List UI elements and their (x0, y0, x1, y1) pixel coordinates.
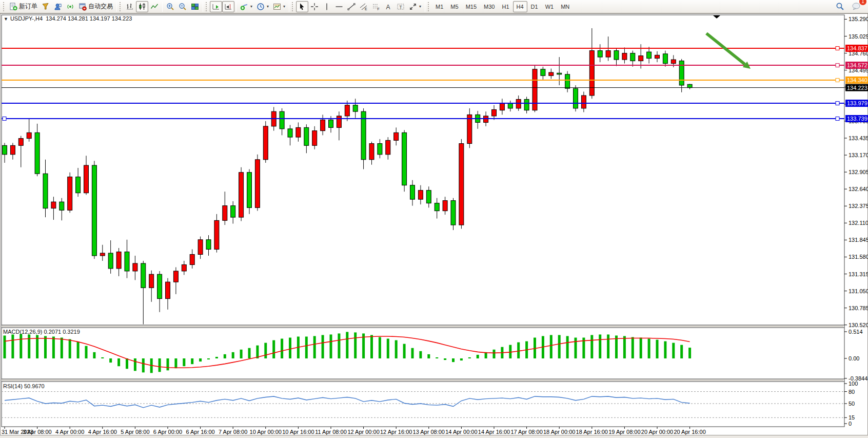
svg-text:0.514: 0.514 (849, 329, 863, 335)
toolbar-grip[interactable] (206, 2, 208, 11)
svg-text:100: 100 (849, 380, 858, 387)
svg-text:0: 0 (849, 421, 852, 427)
line-chart-button[interactable] (148, 1, 161, 12)
toolbar: 新订单 自动交易 ▾ (0, 0, 868, 13)
notification-badge[interactable]: 1 (859, 0, 866, 5)
add-indicator-icon (240, 3, 248, 11)
horizontal-lines (2, 47, 844, 121)
tile-windows-icon (191, 3, 199, 11)
timeframe-button-d1[interactable]: D1 (527, 1, 542, 12)
rsi-value: 50.9670 (24, 383, 45, 389)
timeframe-button-m1[interactable]: M1 (432, 1, 447, 12)
zoom-out-button[interactable] (176, 1, 189, 12)
svg-text:134.837: 134.837 (847, 45, 867, 51)
trendline-icon (347, 3, 356, 11)
dropdown-caret: ▾ (267, 4, 269, 9)
hline-button[interactable] (333, 1, 345, 12)
profile-button[interactable] (52, 1, 64, 12)
timeframe-button-w1[interactable]: W1 (542, 1, 558, 12)
template-button[interactable]: ▾ (271, 1, 287, 12)
svg-text:80: 80 (849, 389, 855, 395)
svg-text:13 Apr 08:00: 13 Apr 08:00 (413, 429, 445, 435)
new-order-label: 新订单 (19, 2, 37, 11)
fibonacci-icon: F (372, 3, 380, 11)
channel-icon: E (360, 3, 368, 11)
timeframe-button-m5[interactable]: M5 (447, 1, 462, 12)
svg-text:131.580: 131.580 (849, 254, 868, 260)
svg-text:10 Apr 00:00: 10 Apr 00:00 (250, 429, 282, 435)
chart-shift-button[interactable] (222, 1, 234, 12)
svg-text:11 Apr 08:00: 11 Apr 08:00 (315, 429, 347, 435)
bars-chart-icon (126, 3, 134, 11)
toolbar-separator (162, 2, 163, 12)
cursor-button[interactable] (296, 1, 308, 12)
svg-text:133.979: 133.979 (847, 100, 867, 106)
svg-text:20 Apr 00:00: 20 Apr 00:00 (641, 429, 673, 435)
autoscroll-icon (212, 3, 220, 11)
svg-text:50: 50 (849, 401, 855, 407)
chart-canvas[interactable]: 135.290135.025134.760134.495134.230133.9… (1, 14, 868, 436)
toolbar-grip[interactable] (3, 2, 5, 11)
timeframe-button-h4[interactable]: H4 (513, 1, 527, 12)
crosshair-button[interactable] (308, 1, 321, 12)
svg-text:135.025: 135.025 (849, 33, 868, 40)
bars-chart-button[interactable] (124, 1, 136, 12)
svg-text:133.170: 133.170 (849, 152, 868, 158)
zoom-in-button[interactable] (164, 1, 176, 12)
label-icon: T (397, 3, 405, 11)
toolbar-grip[interactable] (428, 2, 430, 11)
label-button[interactable]: T (394, 1, 407, 12)
vline-button[interactable] (321, 1, 333, 12)
timeframe-button-h1[interactable]: H1 (498, 1, 512, 12)
funnel-button[interactable] (40, 1, 52, 12)
tile-windows-button[interactable] (189, 1, 201, 12)
text-button[interactable]: A (382, 1, 394, 12)
candles-chart-icon (138, 3, 146, 11)
add-indicator-button[interactable]: ▾ (238, 1, 254, 12)
new-order-button[interactable]: 新订单 (7, 1, 40, 12)
arrows-button[interactable]: ▾ (407, 1, 423, 12)
trend-arrow (706, 33, 745, 64)
channel-button[interactable]: E (358, 1, 370, 12)
svg-text:131.315: 131.315 (849, 271, 868, 277)
rsi-line (5, 396, 690, 408)
candles-chart-button[interactable] (136, 1, 148, 12)
svg-text:E: E (365, 7, 367, 10)
svg-text:F: F (378, 7, 380, 10)
periods-button[interactable]: ▾ (254, 1, 271, 12)
hline-icon (335, 3, 343, 11)
trendline-button[interactable] (345, 1, 358, 12)
rsi-label: RSI(14) 50.9670 (3, 383, 45, 389)
svg-text:19 Apr 08:00: 19 Apr 08:00 (608, 429, 640, 435)
timeframe-button-m30[interactable]: M30 (480, 1, 498, 12)
profile-icon (54, 3, 62, 11)
svg-text:133.739: 133.739 (847, 116, 867, 122)
svg-text:17 Apr 08:00: 17 Apr 08:00 (510, 429, 542, 435)
funnel-icon (42, 3, 50, 11)
fibonacci-button[interactable]: F (370, 1, 382, 12)
autotrading-button[interactable]: 自动交易 (76, 1, 115, 12)
svg-text:132.905: 132.905 (849, 169, 868, 175)
autotrading-icon (78, 3, 87, 11)
search-button[interactable] (834, 1, 846, 12)
signals-button[interactable] (64, 1, 76, 12)
svg-text:18 Apr 16:00: 18 Apr 16:00 (576, 429, 608, 435)
macd-values: 0.2071 0.3219 (44, 329, 80, 335)
text-icon: A (384, 3, 392, 11)
timeframe-group: M1M5M15M30H1H4D1W1MN (432, 1, 573, 12)
timeframe-button-m15[interactable]: M15 (462, 1, 480, 12)
symbol-dropdown-icon[interactable]: ▼ (4, 16, 8, 22)
svg-text:130.785: 130.785 (849, 305, 868, 311)
timeframe-button-mn[interactable]: MN (557, 1, 573, 12)
toolbar-grip[interactable] (120, 2, 122, 11)
rsi-level-lines (2, 392, 844, 418)
svg-text:20 Apr 16:00: 20 Apr 16:00 (674, 429, 705, 435)
toolbar-grip[interactable] (292, 2, 294, 11)
svg-text:12 Apr 00:00: 12 Apr 00:00 (347, 429, 379, 435)
zoom-in-icon (166, 3, 174, 11)
svg-text:4 Apr 16:00: 4 Apr 16:00 (88, 429, 117, 435)
toolbar-separator (203, 2, 203, 12)
template-icon (273, 3, 281, 11)
autoscroll-button[interactable] (210, 1, 222, 12)
price-tags: 134.837134.572134.340133.979133.739134.2… (845, 45, 868, 122)
